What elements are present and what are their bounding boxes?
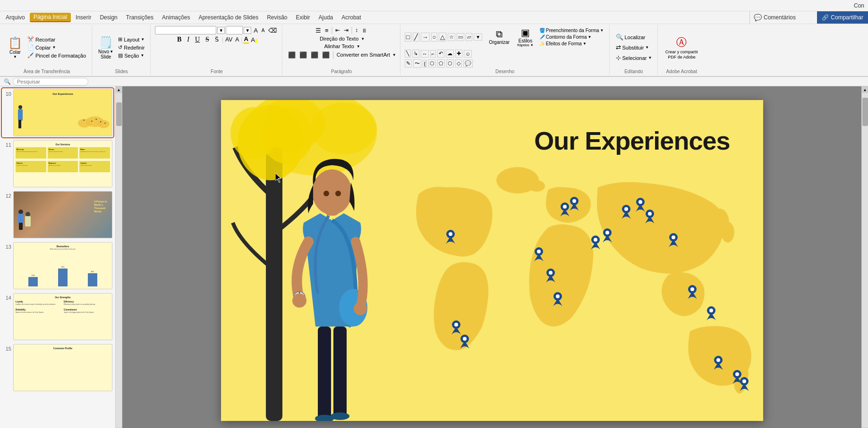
slide-thumb-15[interactable]: 15 Customer Profile	[2, 343, 113, 392]
preenchimento-button[interactable]: 🪣 Preenchimento da Forma ▼	[538, 27, 605, 34]
rounded-rect-icon[interactable]: ▭	[457, 33, 464, 41]
menu-exibir[interactable]: Exibir	[292, 13, 314, 22]
increase-font-button[interactable]: A	[252, 26, 259, 34]
scroll-up-button[interactable]: ▲	[116, 86, 122, 93]
align-left-button[interactable]: ⬛	[287, 51, 297, 59]
italic-button[interactable]: I	[185, 35, 192, 44]
align-right-button[interactable]: ⬛	[309, 51, 320, 59]
decrease-font-button[interactable]: A	[260, 27, 266, 34]
share-button[interactable]: 🔗 Compartilhar	[817, 11, 868, 24]
organizar-button[interactable]: ⧉ Organizar	[485, 27, 513, 46]
wave-icon[interactable]: 〜	[413, 59, 421, 68]
menu-ajuda[interactable]: Ajuda	[315, 13, 337, 22]
comments-button[interactable]: 💬 Comentários	[749, 11, 800, 24]
more-shapes-button[interactable]: ▼	[474, 34, 482, 41]
menu-design[interactable]: Design	[96, 13, 121, 22]
font-color-button[interactable]: A	[243, 35, 249, 44]
estilos-button[interactable]: ▣ Estilos Rápidos ▼	[514, 26, 536, 48]
hexagon-icon[interactable]: ⬡	[428, 59, 436, 67]
text-direction-button[interactable]: Direção do Texto	[318, 35, 360, 42]
decrease-indent-button[interactable]: ⇤	[334, 26, 341, 34]
pincel-button[interactable]: 🖌️ Pincel de Formatação	[26, 52, 88, 59]
scroll-right-up-button[interactable]: ▲	[862, 86, 868, 93]
layout-button[interactable]: ⊞ Layout ▼	[116, 36, 146, 43]
cross-icon[interactable]: ✚	[455, 50, 462, 58]
menu-acrobat[interactable]: Acrobat	[338, 13, 365, 22]
criar-pdf-button[interactable]: Ⓐ Crear y compartir PDF de Adobe	[662, 34, 701, 62]
menu-apresentacao[interactable]: Apresentação de Slides	[195, 13, 262, 22]
octagon-icon[interactable]: ⬡	[446, 59, 454, 67]
columns-button[interactable]: ⫼	[360, 26, 369, 34]
right-scroll-thumb[interactable]	[862, 98, 868, 126]
redefinir-button[interactable]: ↺ Redefinir	[116, 44, 146, 51]
convert-smartart-button[interactable]: Converter em SmartArt	[335, 51, 391, 58]
menu-revisao[interactable]: Revisão	[263, 13, 291, 22]
char-spacing-button[interactable]: AV	[224, 36, 233, 43]
novo-slide-button[interactable]: 🗒️ Novo ▼ Slide	[96, 35, 115, 60]
contorno-button[interactable]: 🖊️ Contorno da Forma ▼	[538, 34, 605, 40]
localizar-button[interactable]: 🔍 Localizar	[614, 33, 654, 42]
smiley-icon[interactable]: ☺	[464, 50, 472, 58]
double-arrow-icon[interactable]: ↔	[421, 50, 429, 58]
copiar-button[interactable]: 📄 Copiar ▼	[26, 44, 88, 51]
strikethrough-button[interactable]: S	[203, 35, 212, 44]
align-text-button[interactable]: Alinhar Texto	[323, 43, 355, 50]
rectangle-icon[interactable]: □	[405, 33, 411, 42]
arrow-icon[interactable]: →	[421, 33, 430, 42]
slide-thumb-12[interactable]: 12 A Picture IsWorth aThousandWords	[2, 190, 113, 239]
search-input[interactable]	[13, 78, 88, 85]
bold-button[interactable]: B	[175, 35, 184, 44]
slide-thumb-14[interactable]: 14 Our Strengths Loyalty Loyalty is the …	[2, 292, 113, 341]
shadow-button[interactable]: S̈	[213, 35, 221, 44]
substituir-button[interactable]: ⇄ Substituir ▼	[614, 43, 654, 52]
line-icon[interactable]: ╱	[413, 33, 419, 42]
numbering-button[interactable]: ≡	[323, 26, 330, 34]
bullets-button[interactable]: ☰	[314, 26, 323, 34]
justify-button[interactable]: ⬛	[321, 51, 331, 59]
line-spacing-button[interactable]: ↕	[354, 26, 359, 34]
slide-thumb-11[interactable]: 11 Our Services MercuryVenus is the seco…	[2, 139, 113, 188]
menu-arquivo[interactable]: Arquivo	[2, 13, 29, 22]
secao-button[interactable]: ▤ Seção ▼	[116, 52, 146, 59]
increase-indent-button[interactable]: ⇥	[342, 26, 350, 34]
recortar-button[interactable]: ✂️ Recortar	[26, 36, 88, 43]
star-icon[interactable]: ☆	[448, 33, 455, 41]
slide-thumb-10[interactable]: 10 Our Experiences	[2, 88, 113, 137]
diamond-icon[interactable]: ◇	[455, 59, 462, 67]
bent-connector-icon[interactable]: ⌐	[430, 50, 436, 58]
cloud-icon[interactable]: ☁	[446, 50, 454, 58]
curved-arrow-icon[interactable]: ↶	[437, 50, 444, 58]
align-center-button[interactable]: ⬛	[298, 51, 308, 59]
callout-icon[interactable]: 💬	[463, 59, 473, 67]
selecionar-button[interactable]: ⊹ Selecionar ▼	[614, 53, 654, 62]
font-name-input[interactable]	[155, 26, 216, 34]
pentagon-icon[interactable]: ⬠	[437, 59, 445, 67]
colar-button[interactable]: 📋 Colar ▼	[6, 35, 25, 60]
menu-inserir[interactable]: Inserir	[72, 13, 95, 22]
brace-icon[interactable]: {	[423, 60, 427, 67]
menu-transicoes[interactable]: Transições	[122, 13, 157, 22]
canvas-area[interactable]: Our Experiences	[122, 86, 861, 428]
oval-icon[interactable]: ○	[431, 33, 438, 42]
font-name-dropdown[interactable]: ▼	[217, 27, 225, 34]
clear-format-button[interactable]: ⌫	[267, 26, 278, 34]
slide-thumb-13[interactable]: 13 Bestsellers Most discovered activitie…	[2, 241, 113, 290]
underline-button[interactable]: U	[193, 35, 202, 44]
menu-animacoes[interactable]: Animações	[158, 13, 194, 22]
wordart-button[interactable]: A	[234, 36, 240, 43]
scroll-bar-vertical[interactable]: ▲ ▼	[116, 86, 122, 428]
font-size-input[interactable]	[226, 26, 243, 34]
menu-pagina-inicial[interactable]: Página Inicial	[30, 13, 71, 22]
triangle-icon[interactable]: △	[439, 33, 446, 42]
highlight-color-button[interactable]: A▓	[250, 36, 259, 44]
connector-icon[interactable]: ╲	[405, 50, 411, 58]
svg-point-18	[331, 412, 349, 420]
parallelogram-icon[interactable]: ▱	[466, 33, 472, 41]
scroll-thumb[interactable]	[116, 102, 122, 126]
bent-arrow-icon[interactable]: ↳	[412, 50, 419, 58]
slide-panel[interactable]: 10 Our Experiences	[0, 86, 116, 428]
font-size-dropdown[interactable]: ▼	[244, 27, 251, 34]
freeform-icon[interactable]: ✎	[405, 59, 412, 67]
efeitos-button[interactable]: ✨ Efeitos de Forma ▼	[538, 41, 605, 47]
right-scrollbar[interactable]: ▲ ▼	[861, 86, 868, 428]
